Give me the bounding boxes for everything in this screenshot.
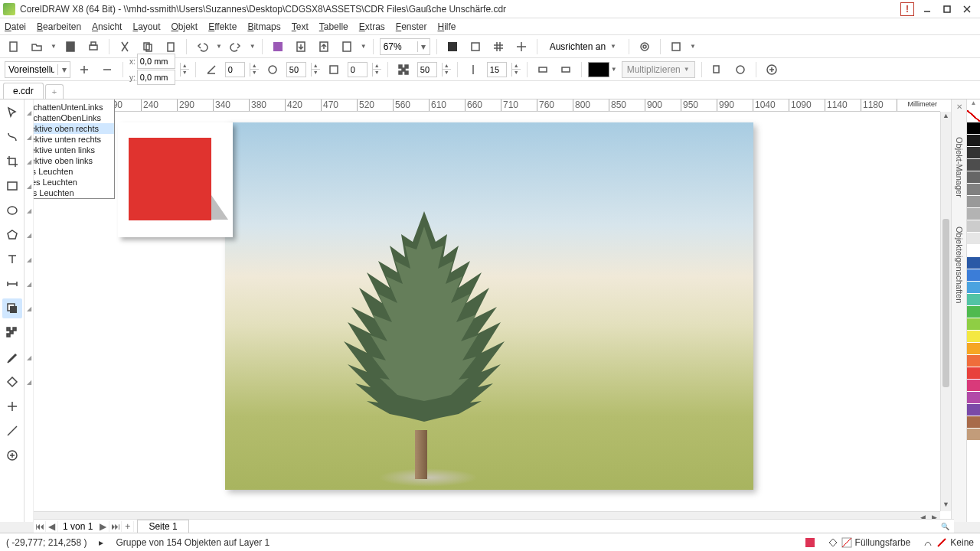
nav-first-icon[interactable]: ⏮ xyxy=(34,521,46,532)
color-swatch[interactable] xyxy=(967,367,980,380)
color-swatch[interactable] xyxy=(967,392,980,404)
color-swatch[interactable] xyxy=(967,122,980,135)
drop-shadow-tool[interactable] xyxy=(2,298,22,318)
color-swatch[interactable] xyxy=(967,184,980,196)
menu-ansicht[interactable]: Ansicht xyxy=(92,21,122,32)
remove-preset-icon[interactable] xyxy=(98,60,116,79)
chevron-down-icon[interactable]: ▼ xyxy=(361,43,367,50)
fullscreen-icon[interactable] xyxy=(443,37,462,56)
chevron-down-icon[interactable]: ▼ xyxy=(216,43,222,50)
print-icon[interactable] xyxy=(84,37,103,56)
shadow-color-picker[interactable]: ▼ xyxy=(588,62,617,77)
color-swatch[interactable] xyxy=(967,269,980,282)
zoom-combo[interactable]: ▾ xyxy=(380,38,430,55)
clear-shadow-icon[interactable] xyxy=(731,60,750,79)
menu-fenster[interactable]: Fenster xyxy=(396,21,427,32)
polygon-tool[interactable] xyxy=(2,225,22,245)
transparency-tool[interactable] xyxy=(2,323,22,343)
palette-up-icon[interactable]: ▲ xyxy=(967,99,980,110)
color-swatch[interactable] xyxy=(967,147,980,159)
save-icon[interactable] xyxy=(61,37,80,56)
color-swatch[interactable] xyxy=(967,404,980,416)
preset-option[interactable]: Perspektive unten links xyxy=(34,145,114,155)
open-icon[interactable] xyxy=(28,37,46,56)
feather-input[interactable] xyxy=(487,62,507,77)
color-swatch[interactable] xyxy=(967,331,980,343)
color-swatch[interactable] xyxy=(967,380,980,392)
canvas[interactable] xyxy=(34,112,940,511)
copy-icon[interactable] xyxy=(139,37,157,56)
feather-edge-icon[interactable] xyxy=(557,60,575,79)
page-tab[interactable]: Seite 1 xyxy=(137,520,188,533)
menu-text[interactable]: Text xyxy=(292,21,309,32)
direction-input[interactable] xyxy=(286,62,306,77)
color-swatch[interactable] xyxy=(967,171,980,184)
menu-bearbeiten[interactable]: Bearbeiten xyxy=(37,21,81,32)
merge-mode-combo[interactable]: Multiplizieren ▼ xyxy=(622,61,695,78)
preset-combo[interactable]: ▾ xyxy=(5,61,70,78)
close-panel-icon[interactable]: ✕ xyxy=(956,103,962,111)
color-swatch[interactable] xyxy=(967,245,980,257)
selected-object[interactable] xyxy=(118,122,233,237)
cut-icon[interactable] xyxy=(116,37,134,56)
color-swatch[interactable] xyxy=(967,159,980,171)
color-swatch[interactable] xyxy=(967,257,980,269)
export-icon[interactable] xyxy=(315,37,333,56)
object-manager-tab[interactable]: Objekt-Manager xyxy=(953,134,965,201)
import-icon[interactable] xyxy=(292,37,310,56)
menu-tabelle[interactable]: Tabelle xyxy=(319,21,348,32)
stepper-icon[interactable]: ▲▼ xyxy=(442,63,451,77)
stepper-icon[interactable]: ▲▼ xyxy=(511,63,521,77)
color-proof-icon[interactable] xyxy=(805,537,815,548)
zoom-out-icon[interactable]: 🔍 xyxy=(936,523,954,530)
color-swatch[interactable] xyxy=(967,294,980,306)
outline-tool[interactable] xyxy=(2,421,22,441)
add-page-icon[interactable]: + xyxy=(122,521,134,532)
preset-option[interactable]: FlachschattenUntenLinks xyxy=(34,102,114,112)
color-swatch[interactable] xyxy=(967,355,980,367)
launch-icon[interactable] xyxy=(667,37,685,56)
spread-input[interactable] xyxy=(417,62,437,77)
minimize-button[interactable] xyxy=(917,2,937,17)
menu-layout[interactable]: Layout xyxy=(132,21,160,32)
add-preset-icon[interactable] xyxy=(75,60,93,79)
crop-tool[interactable] xyxy=(2,152,22,171)
chevron-down-icon[interactable]: ▾ xyxy=(57,64,70,75)
color-swatch[interactable] xyxy=(967,208,980,220)
new-icon[interactable] xyxy=(5,37,23,56)
color-swatch[interactable] xyxy=(967,282,980,294)
color-swatch[interactable] xyxy=(967,429,980,441)
color-swatch[interactable] xyxy=(967,416,980,429)
copy-shadow-icon[interactable] xyxy=(708,60,727,79)
preset-option[interactable]: Perspektive unten rechts xyxy=(34,134,114,145)
feather-dir-icon[interactable] xyxy=(534,60,552,79)
shape-tool[interactable] xyxy=(2,127,22,147)
zoom-input[interactable] xyxy=(381,41,417,52)
vertical-scrollbar[interactable]: ▲ ▼ xyxy=(940,112,951,511)
color-swatch[interactable] xyxy=(967,343,980,355)
menu-extras[interactable]: Extras xyxy=(359,21,385,32)
offset-x-input[interactable] xyxy=(137,54,175,69)
preset-option[interactable]: Kleines Leuchten xyxy=(34,166,114,177)
color-swatch[interactable] xyxy=(967,220,980,233)
object-properties-tab[interactable]: Objekteigenschaften xyxy=(953,223,965,306)
nav-prev-icon[interactable]: ◀ xyxy=(46,521,58,532)
redo-icon[interactable] xyxy=(227,37,245,56)
maximize-button[interactable] xyxy=(937,2,957,17)
chevron-down-icon[interactable]: ▼ xyxy=(250,43,256,50)
fill-indicator[interactable]: Füllungsfarbe xyxy=(828,537,911,548)
scroll-up-icon[interactable]: ▲ xyxy=(941,112,951,122)
snap-grid-icon[interactable] xyxy=(489,37,508,56)
offset-y-input[interactable] xyxy=(137,70,175,85)
ellipse-tool[interactable] xyxy=(2,201,22,220)
outline-indicator[interactable]: Keine xyxy=(923,537,974,548)
color-swatch[interactable] xyxy=(967,233,980,245)
chevron-down-icon[interactable]: ▼ xyxy=(51,43,57,50)
rectangle-tool[interactable] xyxy=(2,176,22,196)
chevron-down-icon[interactable]: ▾ xyxy=(417,41,430,52)
preset-option[interactable]: Starkes Leuchten xyxy=(34,187,114,198)
options-icon[interactable] xyxy=(635,37,654,56)
eyedropper-tool[interactable] xyxy=(2,347,22,367)
close-button[interactable] xyxy=(957,2,977,17)
color-swatch[interactable] xyxy=(967,318,980,331)
